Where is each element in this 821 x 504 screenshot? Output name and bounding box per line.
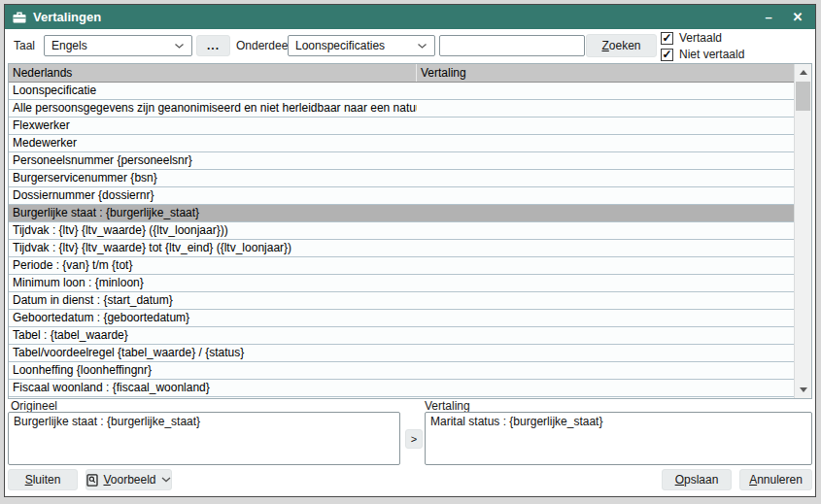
vertical-scrollbar[interactable] [794,64,811,398]
chevron-down-icon [161,477,171,483]
preview-button-label: Voorbeeld [103,473,155,487]
section-select[interactable]: Loonspecificaties [288,35,435,56]
close-button-label: Sluiten [25,473,61,487]
checkmark-icon: ✓ [661,49,673,61]
section-select-value: Loonspecificaties [295,39,385,52]
search-button[interactable]: Zoeken [586,34,657,57]
cell-vertaling [417,205,794,221]
search-input[interactable] [439,35,585,56]
preview-icon [86,474,98,487]
chevron-down-icon [417,43,428,50]
checkmark-icon: ✓ [661,32,673,45]
table-row[interactable]: Fiscaal woonland : {fiscaal_woonland} [9,380,794,397]
original-label: Origineel [11,399,57,413]
column-header-vertaling[interactable]: Vertaling [417,64,794,82]
vertalingen-dialog: Vertalingen – ✕ Taal Engels ... Onderdee… [4,4,816,497]
untranslated-checkbox[interactable]: ✓ Niet vertaald [661,48,744,61]
translation-textarea[interactable]: Marital status : {burgerlijke_staat} [425,412,812,465]
cell-nederlands: Datum in dienst : {start_datum} [9,292,417,309]
vertalingen-dialog-screen: Vertalingen – ✕ Taal Engels ... Onderdee… [0,0,821,504]
cell-vertaling [417,118,794,134]
table-row[interactable]: Datum in dienst : {start_datum} [9,292,794,310]
cell-vertaling [417,187,794,204]
section-label: Onderdeel [236,35,291,56]
cell-nederlands: Personeelsnummer {personeelsnr} [9,152,417,169]
table-row[interactable]: Tijdvak : {ltv} {ltv_waarde} tot {ltv_ei… [9,240,794,257]
table-row[interactable]: Flexwerker [9,118,794,135]
table-row[interactable]: Medewerker [9,135,794,152]
cell-nederlands: Tabel : {tabel_waarde} [9,327,417,344]
cell-nederlands: Tabel/voordeelregel {tabel_waarde} / {st… [9,345,417,361]
preview-button[interactable]: Voorbeeld [86,469,172,490]
cell-nederlands: Loonheffing {loonheffingnr} [9,362,417,379]
cell-vertaling [417,240,794,256]
language-select[interactable]: Engels [44,35,192,56]
untranslated-checkbox-label: Niet vertaald [679,48,744,61]
table-row[interactable]: Periode : {van} t/m {tot} [9,257,794,275]
cell-nederlands: Loonspecificatie [9,83,417,99]
cell-vertaling [417,152,794,169]
cell-nederlands: Tijdvak : {ltv} {ltv_waarde} tot {ltv_ei… [9,240,417,256]
translations-table: Nederlands Vertaling LoonspecificatieAll… [8,63,812,399]
cell-nederlands: Burgerlijke staat : {burgerlijke_staat} [9,205,417,221]
translated-checkbox[interactable]: ✓ Vertaald [661,31,722,45]
save-button[interactable]: Opslaan [662,469,732,490]
cell-nederlands: Alle persoonsgegevens zijn geanonimiseer… [9,100,417,117]
cancel-button[interactable]: Annuleren [739,469,812,490]
scroll-down-icon [800,387,807,392]
cell-vertaling [417,345,794,361]
cell-nederlands: Fiscaal woonland : {fiscaal_woonland} [9,380,417,396]
cancel-button-label: Annuleren [749,473,803,487]
cell-vertaling [417,310,794,326]
cell-nederlands: Medewerker [9,135,417,151]
table-row[interactable]: Alle persoonsgegevens zijn geanonimiseer… [9,100,794,118]
table-row[interactable]: Burgerlijke staat : {burgerlijke_staat} [9,205,794,222]
chevron-down-icon [174,43,185,50]
table-row[interactable]: Burgerservicenummer {bsn} [9,170,794,187]
table-row[interactable]: Dossiernummer {dossiernr} [9,187,794,205]
copy-to-translation-button[interactable]: > [405,429,423,449]
table-header: Nederlands Vertaling [9,64,794,83]
table-body: LoonspecificatieAlle persoonsgegevens zi… [9,83,794,398]
translated-checkbox-label: Vertaald [679,31,722,45]
cell-vertaling [417,100,794,117]
cell-vertaling [417,362,794,379]
original-textarea[interactable]: Burgerlijke staat : {burgerlijke_staat} [8,412,400,465]
table-row[interactable]: Loonheffing {loonheffingnr} [9,362,794,380]
minimize-button[interactable]: – [761,10,776,24]
close-icon[interactable]: ✕ [790,10,805,24]
cell-vertaling [417,257,794,274]
cell-vertaling [417,275,794,291]
table-row[interactable]: Tabel/voordeelregel {tabel_waarde} / {st… [9,345,794,362]
cell-vertaling [417,222,794,239]
cell-nederlands: Minimum loon : {minloon} [9,275,417,291]
scrollbar-thumb[interactable] [796,82,810,111]
toolbox-icon [13,12,26,23]
language-select-value: Engels [51,39,87,52]
scroll-up-icon [800,70,807,75]
column-header-nederlands[interactable]: Nederlands [9,64,417,82]
cell-nederlands: Geboortedatum : {geboortedatum} [9,310,417,326]
search-button-label: Zoeken [601,39,640,52]
table-row[interactable]: Loonspecificatie [9,83,794,100]
table-row[interactable]: Personeelsnummer {personeelsnr} [9,152,794,170]
cell-nederlands: Dossiernummer {dossiernr} [9,187,417,204]
cell-vertaling [417,380,794,396]
ellipsis-icon: ... [207,42,220,50]
cell-vertaling [417,292,794,309]
scroll-down-button[interactable] [795,382,811,398]
table-row[interactable]: Tijdvak : {ltv} {ltv_waarde} ({ltv_loonj… [9,222,794,240]
close-button[interactable]: Sluiten [8,469,78,490]
more-languages-button[interactable]: ... [196,35,230,56]
language-label: Taal [14,35,35,56]
arrow-right-icon: > [411,433,417,445]
scroll-up-button[interactable] [795,64,811,81]
cell-vertaling [417,135,794,151]
table-row[interactable]: Tabel : {tabel_waarde} [9,327,794,345]
titlebar[interactable]: Vertalingen – ✕ [5,5,815,29]
table-row[interactable]: Geboortedatum : {geboortedatum} [9,310,794,327]
window-title: Vertalingen [33,10,101,24]
cell-vertaling [417,83,794,99]
translation-label: Vertaling [425,399,470,413]
table-row[interactable]: Minimum loon : {minloon} [9,275,794,292]
